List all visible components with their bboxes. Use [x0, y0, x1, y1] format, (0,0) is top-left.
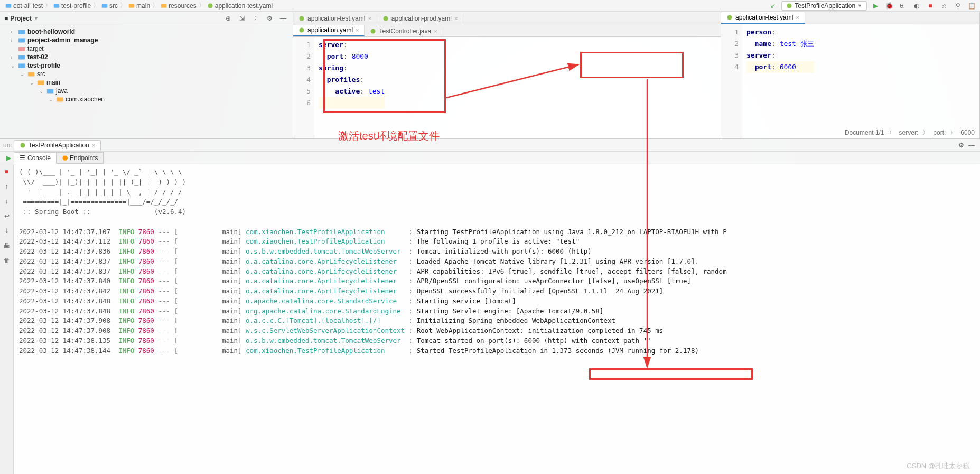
hide-icon[interactable]: — [966, 140, 977, 151]
gear-icon[interactable]: ⚙ [264, 13, 275, 24]
console-tab[interactable]: ☰Console [14, 152, 57, 164]
endpoints-tab[interactable]: ⬣Endpoints [57, 152, 104, 164]
watermark: CSDN @扎哇太枣糕 [907, 461, 969, 471]
bc-3[interactable]: main [126, 2, 152, 10]
code-editor-left[interactable]: 123456 server: port: 8000spring: profile… [293, 37, 721, 138]
search-icon[interactable]: ⚲ [953, 1, 963, 11]
svg-rect-10 [18, 55, 25, 60]
profile-icon[interactable]: ◐ [911, 1, 922, 11]
close-icon[interactable]: × [454, 15, 458, 22]
svg-point-17 [383, 16, 388, 21]
editor-right: application-test.yaml× 1234 person: name… [721, 12, 980, 138]
svg-rect-11 [18, 64, 25, 68]
run-config-tab[interactable]: TestProfileApplication × [14, 140, 101, 150]
svg-rect-15 [57, 98, 63, 102]
svg-rect-4 [161, 4, 167, 8]
bc-0[interactable]: oot-all-test [3, 2, 45, 10]
run-icon[interactable]: ▶ [870, 1, 881, 11]
editor-tab[interactable]: application-test.yaml× [721, 12, 805, 24]
hide-icon[interactable]: — [278, 13, 288, 24]
project-panel: ■ Project ▼ ⊕ ⇲ ÷ ⚙ — ›boot-helloworld ›… [0, 12, 293, 138]
wrap-icon[interactable]: ↩ [2, 211, 12, 221]
bc-4[interactable]: resources [158, 2, 199, 10]
bc-1[interactable]: test-profile [51, 2, 93, 10]
svg-rect-13 [38, 81, 44, 85]
stop-icon[interactable]: ■ [2, 166, 12, 177]
close-icon[interactable]: × [434, 28, 437, 34]
editor-status-bar: Document 1/1〉 server:〉 port:〉 6000 [839, 127, 980, 138]
settings-icon[interactable]: 📋 [966, 1, 977, 11]
code-editor-right[interactable]: 1234 person: name: test-张三server: port: … [721, 24, 979, 138]
editor-left: application-test.yaml×application-prod.y… [293, 12, 721, 138]
annotation-text: 激活test环境配置文件 [338, 129, 440, 143]
select-opened-icon[interactable]: ⊕ [223, 13, 234, 24]
svg-rect-7 [18, 30, 25, 34]
print-icon[interactable]: 🖶 [2, 240, 12, 251]
svg-rect-14 [47, 89, 53, 94]
svg-point-21 [21, 143, 25, 148]
build-icon[interactable]: ↙ [768, 1, 778, 11]
svg-point-20 [727, 15, 732, 20]
breadcrumb-bar: oot-all-test〉 test-profile〉 src〉 main〉 r… [0, 0, 980, 12]
project-tree[interactable]: ›boot-helloworld ›peoject-admin_manage t… [0, 25, 293, 106]
console-output[interactable]: ( ( )\___ | '_ | '_| | '_ \/ _` | \ \ \ … [14, 164, 980, 474]
svg-point-18 [300, 28, 304, 33]
stop-icon[interactable]: ■ [925, 1, 936, 11]
expand-icon[interactable]: ⇲ [237, 13, 247, 24]
bc-2[interactable]: src [99, 2, 120, 10]
run-tool-window: un: TestProfileApplication × ⚙ — ▶ ☰Cons… [0, 138, 980, 474]
collapse-icon[interactable]: ÷ [250, 13, 261, 24]
editor-tab[interactable]: TestController.java× [365, 26, 443, 36]
svg-point-16 [300, 16, 304, 21]
down-icon[interactable]: ↓ [2, 196, 12, 207]
debug-icon[interactable]: 🐞 [884, 1, 894, 11]
project-panel-title[interactable]: ■ Project ▼ [4, 15, 39, 22]
git-icon[interactable]: ⎌ [939, 1, 949, 11]
svg-point-6 [787, 3, 792, 8]
svg-point-5 [208, 3, 212, 8]
gear-icon[interactable]: ⚙ [956, 140, 966, 151]
up-icon[interactable]: ↑ [2, 181, 12, 192]
console-toolbar: ■ ↑ ↓ ↩ ⤓ 🖶 🗑 [0, 164, 14, 474]
editor-tab[interactable]: application-prod.yaml× [377, 13, 464, 24]
svg-point-19 [371, 29, 376, 34]
editor-tab[interactable]: application.yaml× [293, 25, 365, 36]
bc-5[interactable]: application-test.yaml [205, 2, 275, 10]
close-icon[interactable]: × [796, 14, 799, 21]
svg-rect-3 [129, 4, 135, 8]
run-config-dropdown[interactable]: TestProfileApplication ▼ [781, 1, 867, 11]
scroll-icon[interactable]: ⤓ [2, 226, 12, 236]
svg-rect-1 [54, 4, 60, 8]
run-label: un: [3, 142, 12, 149]
close-icon[interactable]: × [356, 27, 359, 33]
close-icon[interactable]: × [368, 15, 371, 22]
editor-tab[interactable]: application-test.yaml× [293, 13, 377, 24]
svg-rect-12 [28, 72, 34, 77]
close-icon[interactable]: × [92, 142, 95, 148]
svg-rect-9 [18, 47, 25, 51]
svg-rect-2 [102, 4, 108, 8]
svg-rect-8 [18, 39, 25, 43]
rerun-icon[interactable]: ▶ [3, 154, 14, 162]
coverage-icon[interactable]: ⛨ [898, 1, 908, 11]
clear-icon[interactable]: 🗑 [2, 255, 12, 266]
svg-rect-0 [6, 4, 12, 8]
